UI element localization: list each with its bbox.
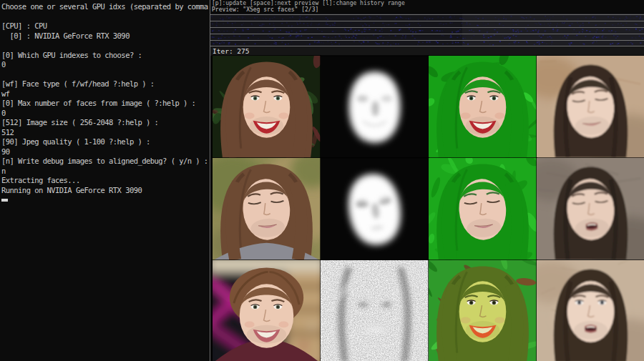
- terminal-cursor: [1, 199, 8, 202]
- preview-window[interactable]: [p]:update [space]:next preview [l]:chan…: [210, 0, 644, 361]
- preview-cell-r3c4: [537, 260, 644, 361]
- terminal-text: Choose one or several GPU idxs (separate…: [0, 0, 210, 195]
- preview-cell-r2c4: [537, 158, 644, 260]
- preview-cell-r3c3: [429, 260, 537, 361]
- preview-cell-r1c2: [321, 56, 429, 158]
- loss-history-graph: [210, 14, 644, 46]
- console-window[interactable]: Choose one or several GPU idxs (separate…: [0, 0, 210, 361]
- preview-grid: [210, 56, 644, 361]
- preview-cell-r3c2: [321, 260, 429, 361]
- preview-cell-r1c4: [537, 56, 644, 158]
- preview-cell-r2c2: [321, 158, 429, 260]
- preview-title: Preview: "XSeg src faces" [2/3]: [210, 6, 644, 14]
- preview-cell-r3c1: [213, 260, 321, 361]
- preview-cell-r2c3: [429, 158, 537, 260]
- preview-cell-r1c3: [429, 56, 537, 158]
- preview-cell-r1c1: [213, 56, 321, 158]
- hotkeys-bar: [p]:update [space]:next preview [l]:chan…: [210, 0, 644, 6]
- screen: Choose one or several GPU idxs (separate…: [0, 0, 644, 361]
- preview-cell-r2c1: [213, 158, 321, 260]
- iter-label: Iter: 275: [210, 46, 644, 56]
